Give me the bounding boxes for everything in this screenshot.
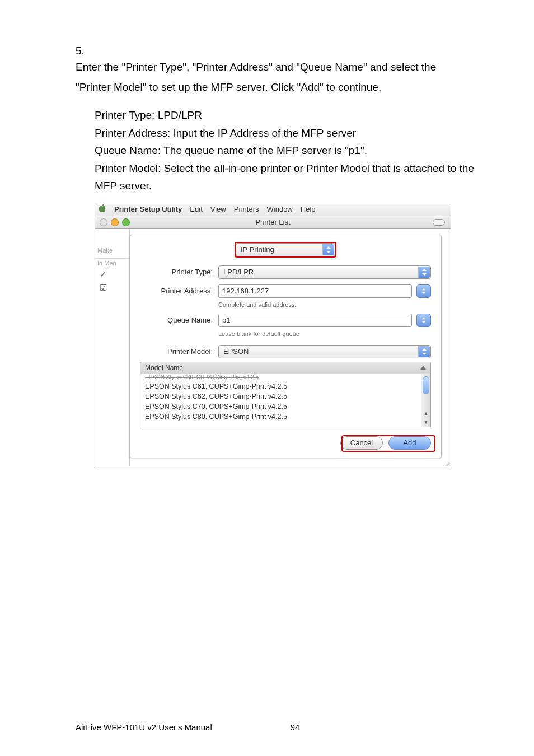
printer-type-label: Printer Type: xyxy=(140,268,218,276)
printer-address-label: Printer Address: xyxy=(140,287,218,295)
printer-address-input[interactable]: 192.168.1.227 xyxy=(218,284,412,298)
printer-type-select[interactable]: LPD/LPR xyxy=(218,265,431,279)
menubar: Printer Setup Utility Edit View Printers… xyxy=(95,203,451,216)
resize-handle-icon[interactable] xyxy=(443,459,451,466)
scroll-thumb[interactable] xyxy=(423,376,429,394)
add-button-label: Add xyxy=(403,438,416,447)
menubar-appname[interactable]: Printer Setup Utility xyxy=(114,205,182,213)
detail-line-2: Printer Address: Input the IP Address of… xyxy=(95,124,481,142)
detail-line-1: Printer Type: LPD/LPR xyxy=(95,106,481,124)
printer-model-value: EPSON xyxy=(223,347,249,356)
apple-menu-icon[interactable] xyxy=(99,204,106,214)
queue-name-label: Queue Name: xyxy=(140,316,218,324)
connection-method-value: IP Printing xyxy=(241,245,274,254)
add-button[interactable]: Add xyxy=(388,436,431,450)
cancel-button[interactable]: Cancel xyxy=(340,436,383,450)
menu-view[interactable]: View xyxy=(210,205,226,213)
mac-screenshot: Printer Setup Utility Edit View Printers… xyxy=(95,203,451,466)
row-check-1[interactable]: ✓ xyxy=(95,268,129,281)
menu-printers[interactable]: Printers xyxy=(234,205,259,213)
add-printer-sheet: IP Printing Printer Type: LPD/LPR xyxy=(129,235,442,458)
scroll-up-icon[interactable]: ▲ xyxy=(421,409,430,418)
address-history-button[interactable] xyxy=(416,284,431,298)
row-check-2[interactable]: ☑ xyxy=(95,281,129,295)
cancel-button-label: Cancel xyxy=(350,438,373,447)
model-list[interactable]: EPSON Stylus C60, CUPS+Gimp-Print v4.2.5… xyxy=(140,374,431,427)
window-title: Printer List xyxy=(95,218,451,226)
model-list-header-label: Model Name xyxy=(145,364,183,372)
window-titlebar: Printer List xyxy=(95,216,451,229)
menu-edit[interactable]: Edit xyxy=(190,205,202,213)
sort-asc-icon xyxy=(420,366,426,370)
detail-line-4: Printer Model: Select the all-in-one pri… xyxy=(95,160,481,195)
printer-address-hint: Complete and valid address. xyxy=(218,301,431,308)
list-item[interactable]: EPSON Stylus C70, CUPS+Gimp-Print v4.2.5 xyxy=(140,402,430,412)
step-text: Enter the "Printer Type", "Printer Addre… xyxy=(76,57,462,97)
printer-model-select[interactable]: EPSON xyxy=(218,345,431,358)
model-list-header[interactable]: Model Name xyxy=(140,362,431,374)
printer-model-label: Printer Model: xyxy=(140,347,218,356)
queue-name-input[interactable]: p1 xyxy=(218,314,412,327)
scroll-down-icon[interactable]: ▼ xyxy=(421,418,430,427)
updown-arrows-icon xyxy=(322,244,334,255)
printer-type-value: LPD/LPR xyxy=(223,268,254,276)
printer-address-value: 192.168.1.227 xyxy=(222,287,269,295)
column-make: Make xyxy=(95,246,129,255)
queue-history-button[interactable] xyxy=(416,314,431,327)
queue-name-value: p1 xyxy=(222,316,230,324)
step-number: 5. xyxy=(76,45,90,57)
detail-line-3: Queue Name: The queue name of the MFP se… xyxy=(95,142,481,160)
updown-arrows-icon xyxy=(418,267,430,278)
connection-method-select[interactable]: IP Printing xyxy=(236,243,335,256)
list-item[interactable]: EPSON Stylus C62, CUPS+Gimp-Print v4.2.5 xyxy=(140,391,430,402)
toolbar-toggle-pill[interactable] xyxy=(433,219,445,226)
list-item[interactable]: EPSON Stylus C61, CUPS+Gimp-Print v4.2.5 xyxy=(140,381,430,391)
queue-name-hint: Leave blank for default queue xyxy=(218,330,431,337)
menu-help[interactable]: Help xyxy=(301,205,316,213)
menu-window[interactable]: Window xyxy=(267,205,293,213)
updown-arrows-icon xyxy=(418,346,430,357)
list-item[interactable]: EPSON Stylus C60, CUPS+Gimp-Print v4.2.5 xyxy=(140,374,430,381)
list-item[interactable]: EPSON Stylus C80, CUPS+Gimp-Print v4.2.5 xyxy=(140,412,430,422)
scrollbar[interactable]: ▲ ▼ xyxy=(421,374,430,427)
column-inmenu: In Men xyxy=(95,259,129,268)
printer-list-sidebar: Make In Men ✓ ☑ xyxy=(95,229,130,466)
